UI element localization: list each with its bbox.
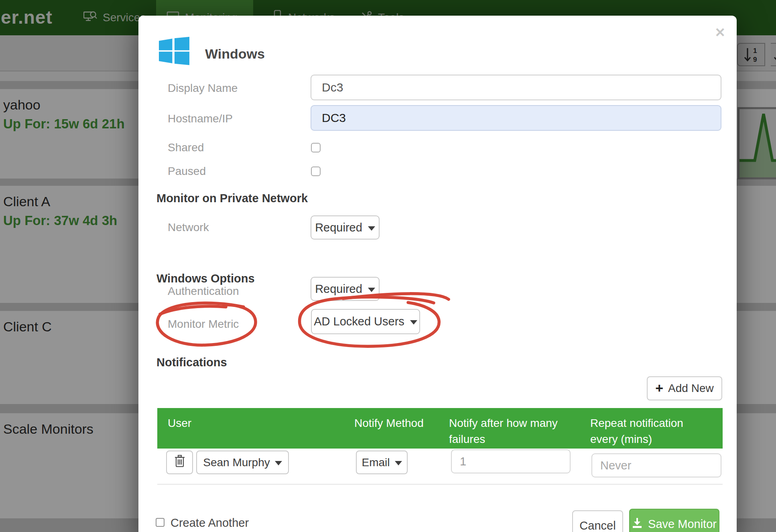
create-another-label: Create Another bbox=[171, 516, 249, 530]
notify-method-dropdown[interactable]: Email bbox=[356, 451, 408, 474]
windows-logo-icon bbox=[159, 35, 189, 68]
trash-icon bbox=[174, 455, 185, 470]
save-monitor-label: Save Monitor bbox=[648, 518, 717, 531]
monitor-metric-dropdown[interactable]: AD Locked Users bbox=[311, 309, 420, 334]
paused-checkbox[interactable] bbox=[311, 167, 321, 176]
modal-title: Windows bbox=[205, 46, 265, 62]
plus-icon: + bbox=[655, 383, 663, 394]
notify-method-value: Email bbox=[362, 456, 390, 469]
shared-checkbox[interactable] bbox=[311, 143, 321, 152]
delete-notification-button[interactable] bbox=[166, 451, 193, 474]
failures-count-input[interactable] bbox=[451, 449, 571, 473]
notify-user-value: Sean Murphy bbox=[203, 456, 270, 469]
chevron-down-icon bbox=[275, 461, 282, 465]
cancel-button[interactable]: Cancel bbox=[572, 510, 623, 532]
monitor-metric-label: Monitor Metric bbox=[168, 318, 239, 331]
column-header-notify-method: Notify Method bbox=[354, 415, 424, 431]
column-header-failures: Notify after how many failures bbox=[449, 415, 569, 447]
display-name-input[interactable] bbox=[311, 75, 721, 100]
authentication-label: Authentication bbox=[168, 285, 239, 298]
chevron-down-icon bbox=[410, 320, 417, 325]
save-monitor-button[interactable]: Save Monitor bbox=[629, 509, 719, 532]
notifications-table-header: User Notify Method Notify after how many… bbox=[157, 408, 723, 449]
display-name-label: Display Name bbox=[168, 82, 238, 95]
close-icon[interactable]: ✕ bbox=[715, 26, 725, 39]
notifications-heading: Notifications bbox=[156, 356, 227, 369]
download-save-icon bbox=[632, 518, 642, 532]
add-new-button[interactable]: + Add New bbox=[647, 376, 722, 400]
authentication-dropdown[interactable]: Required bbox=[311, 277, 380, 301]
shared-label: Shared bbox=[168, 141, 204, 154]
paused-label: Paused bbox=[168, 165, 206, 178]
add-new-label: Add New bbox=[668, 382, 714, 395]
chevron-down-icon bbox=[368, 226, 375, 231]
hostname-input[interactable] bbox=[311, 105, 721, 131]
network-dropdown-value: Required bbox=[315, 221, 362, 234]
authentication-dropdown-value: Required bbox=[315, 282, 362, 296]
chevron-down-icon bbox=[368, 288, 375, 292]
notify-user-dropdown[interactable]: Sean Murphy bbox=[196, 451, 289, 474]
create-another-checkbox[interactable] bbox=[156, 518, 165, 527]
private-network-heading: Monitor on Private Network bbox=[156, 192, 308, 205]
monitor-metric-dropdown-value: AD Locked Users bbox=[314, 315, 404, 328]
hostname-label: Hostname/IP bbox=[168, 112, 233, 125]
column-header-user: User bbox=[168, 415, 191, 431]
windows-monitor-modal: ✕ Windows Display Name Hostname/IP Share… bbox=[138, 16, 737, 532]
windows-options-heading: Windows Options bbox=[156, 272, 255, 285]
footer-divider bbox=[157, 484, 723, 485]
chevron-down-icon bbox=[395, 461, 402, 465]
repeat-every-input[interactable] bbox=[591, 453, 721, 477]
network-label: Network bbox=[168, 221, 209, 234]
network-dropdown[interactable]: Required bbox=[311, 215, 380, 240]
cancel-label: Cancel bbox=[579, 519, 616, 532]
column-header-repeat: Repeat notification every (mins) bbox=[590, 415, 711, 447]
